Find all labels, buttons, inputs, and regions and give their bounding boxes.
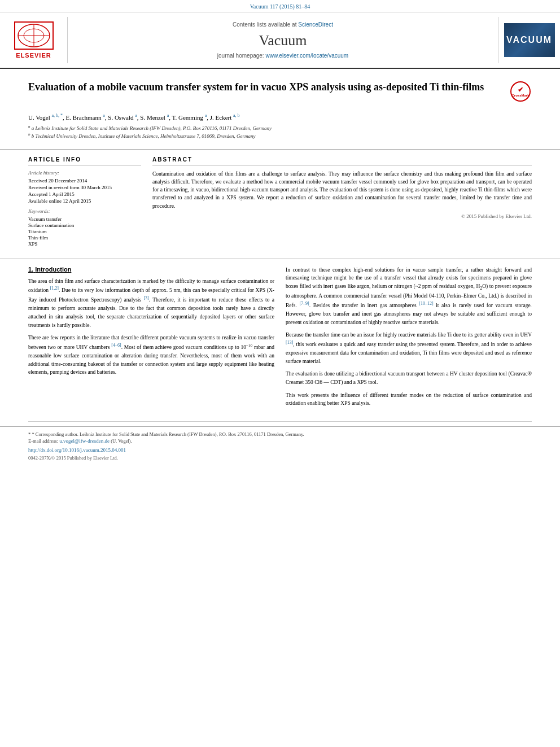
vacuum-logo-box: VACUUM <box>498 17 560 63</box>
citation-text: Vacuum 117 (2015) 81–84 <box>250 3 310 10</box>
article-main-title: Evaluation of a mobile vacuum transfer s… <box>28 80 509 94</box>
doi-line: http://dx.doi.org/10.1016/j.vacuum.2015.… <box>28 447 532 453</box>
abstract-column: ABSTRACT Contamination and oxidation of … <box>152 156 532 247</box>
contents-available-text: Contents lists available at ScienceDirec… <box>233 21 333 28</box>
right-paragraph-2: Because the transfer time can be an issu… <box>286 331 532 365</box>
crossmark-badge: ✔ CrossMark <box>509 80 532 103</box>
journal-header-middle: Contents lists available at ScienceDirec… <box>68 17 498 63</box>
homepage-text: journal homepage: <box>217 53 264 59</box>
article-info-header: ARTICLE INFO <box>28 156 141 165</box>
vacuum-journal-logo: VACUUM <box>504 23 555 57</box>
affiliation-b: b b Technical University Dresden, Instit… <box>28 132 532 139</box>
elsevier-logo-image <box>14 21 54 50</box>
page-wrapper: Vacuum 117 (2015) 81–84 ELSEVIER Content… <box>0 0 560 747</box>
right-paragraph-3: The evaluation is done utilizing a bidir… <box>286 370 532 386</box>
contents-text: Contents lists available at <box>233 21 296 28</box>
keyword-2: Surface contamination <box>28 222 141 228</box>
cite-13: [13] <box>286 340 293 345</box>
footnote-section: * * Corresponding author. Leibniz Instit… <box>0 426 560 465</box>
authors-line: U. Vogel a, b, *, E. Brachmann a, S. Osw… <box>28 113 532 121</box>
received-date: Received 20 December 2014 <box>28 178 141 184</box>
history-label: Article history: <box>28 170 141 176</box>
abstract-header: ABSTRACT <box>152 156 532 165</box>
cite-1-2: [1,2] <box>50 286 59 291</box>
elsevier-text: ELSEVIER <box>16 52 51 59</box>
cite-4-6: [4–6] <box>111 343 121 348</box>
homepage-line: journal homepage: www.elsevier.com/locat… <box>217 53 348 59</box>
keywords-label: Keywords: <box>28 208 141 214</box>
doi-link[interactable]: http://dx.doi.org/10.1016/j.vacuum.2015.… <box>28 447 126 453</box>
available-online-date: Available online 12 April 2015 <box>28 198 141 204</box>
issn-line: 0042-207X/© 2015 Published by Elsevier L… <box>28 455 532 461</box>
keyword-1: Vacuum transfer <box>28 216 141 222</box>
article-title-section: Evaluation of a mobile vacuum transfer s… <box>0 69 560 108</box>
body-right-column: In contrast to these complex high-end so… <box>286 266 532 413</box>
body-section: 1. Introduction The area of thin film an… <box>0 259 560 420</box>
cite-3: [3] <box>143 295 148 300</box>
affiliation-a: a a Leibniz Institute for Solid State an… <box>28 124 532 131</box>
cite-7-9: [7–9] <box>299 301 309 306</box>
article-info-column: ARTICLE INFO Article history: Received 2… <box>28 156 141 247</box>
crossmark-icon: ✔ CrossMark <box>510 81 531 102</box>
abstract-text: Contamination and oxidation of thin film… <box>152 170 532 210</box>
journal-citation: Vacuum 117 (2015) 81–84 <box>0 0 560 12</box>
copyright-line: © 2015 Published by Elsevier Ltd. <box>152 213 532 219</box>
keyword-4: Thin-film <box>28 235 141 241</box>
body-left-column: 1. Introduction The area of thin film an… <box>28 266 274 413</box>
right-paragraph-4: This work presents the influence of diff… <box>286 391 532 408</box>
introduction-title: 1. Introduction <box>28 266 274 273</box>
received-revised-date: Received in revised form 30 March 2015 <box>28 185 141 190</box>
homepage-url[interactable]: www.elsevier.com/locate/vacuum <box>265 53 348 59</box>
keyword-3: Titanium <box>28 229 141 234</box>
journal-title: Vacuum <box>259 32 307 49</box>
keyword-5: XPS <box>28 241 141 247</box>
right-paragraph-1: In contrast to these complex high-end so… <box>286 266 532 327</box>
accepted-date: Accepted 1 April 2015 <box>28 191 141 197</box>
journal-header: ELSEVIER Contents lists available at Sci… <box>0 12 560 69</box>
intro-paragraph-2: There are few reports in the literature … <box>28 334 274 377</box>
authors-section: U. Vogel a, b, *, E. Brachmann a, S. Osw… <box>0 108 560 145</box>
article-info-abstract-section: ARTICLE INFO Article history: Received 2… <box>0 149 560 254</box>
intro-paragraph-1: The area of thin film and surface charac… <box>28 277 274 330</box>
email-address[interactable]: u.vogel@ifw-dresden.de <box>59 438 110 444</box>
footnote-divider <box>28 421 532 422</box>
email-line: E-mail address: u.vogel@ifw-dresden.de (… <box>28 438 532 444</box>
corresponding-author-note: * * Corresponding author. Leibniz Instit… <box>28 431 532 437</box>
elsevier-logo: ELSEVIER <box>0 17 68 63</box>
cite-10-12: [10–12] <box>419 301 433 306</box>
sciencedirect-link[interactable]: ScienceDirect <box>298 21 333 28</box>
